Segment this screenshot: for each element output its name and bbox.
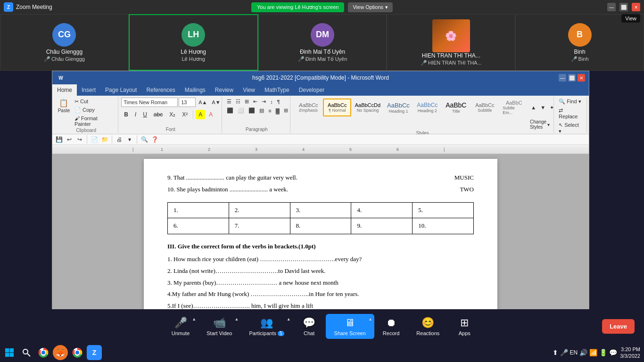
style-subtle-em[interactable]: AaBbC Subtle Em... [499,99,528,116]
border-button[interactable]: ⊞ [282,107,290,115]
superscript-button[interactable]: X² [179,110,190,119]
mute-icon-chau: 🎤 [44,56,50,62]
search-taskbar-button[interactable] [19,345,34,360]
font-size-input[interactable] [179,98,196,107]
bold-button[interactable]: B [121,110,131,119]
participants-icon: 👥 [260,317,273,329]
text-highlight-button[interactable]: A [196,110,205,119]
participants-control[interactable]: ▲ 👥 Participants 5 [241,314,293,339]
toolbar-undo-btn[interactable]: ↩ [65,135,74,144]
windows-start-button[interactable] [2,345,17,360]
chat-control[interactable]: 💬 Chat [293,314,326,339]
record-control[interactable]: ⏺ Record [374,314,408,339]
shrink-font-button[interactable]: A▼ [210,99,222,106]
maximize-button[interactable]: ⬜ [619,3,628,11]
start-video-control[interactable]: ▲ 📹 Start Video [198,314,240,339]
strikethrough-button[interactable]: abc [151,110,165,119]
subscript-button[interactable]: X₂ [166,110,178,119]
style-emphasis[interactable]: AaBbCc Emphasis [294,99,322,116]
underline-button[interactable]: U [140,110,150,119]
sort-button[interactable]: ↕ [268,98,275,106]
styles-scroll-up[interactable]: ▲ [529,104,538,111]
multilevel-button[interactable]: ⊞ [243,98,251,106]
show-formatting-button[interactable]: ¶ [275,98,282,106]
replace-button[interactable]: ⇄ Replace [557,107,585,120]
ribbon-tab-insert[interactable]: Insert [77,84,100,96]
start-video-arrow[interactable]: ▲ [235,317,239,321]
style-no-spacing[interactable]: AaBbCcDd No Spacing [352,99,383,116]
zoom-title-bar: Z Zoom Meeting You are viewing Lê Hương'… [0,0,644,14]
find-button[interactable]: 🔍 Find ▾ [557,98,585,106]
chrome-taskbar-icon[interactable] [36,345,51,360]
select-button[interactable]: ↖ Select ▾ [557,121,585,135]
doc-page[interactable]: 9. That ......................... can pl… [144,159,497,334]
ribbon-tab-page-layout[interactable]: Page Layout [100,84,141,96]
shading-button[interactable]: ▓ [274,107,281,115]
cut-button[interactable]: ✂ Cut [73,98,116,106]
increase-indent-button[interactable]: ⇥ [260,98,268,106]
ribbon-tab-view[interactable]: View [238,84,260,96]
doc-content[interactable]: 9. That ......................... can pl… [52,154,589,334]
align-center-button[interactable]: ⬜ [236,107,246,115]
ribbon-tabs: Home Insert Page Layout References Maili… [52,84,589,96]
ribbon-tab-home[interactable]: Home [52,84,77,96]
ribbon-tab-developer[interactable]: Developer [294,84,330,96]
paragraph-label: Paragraph [225,127,288,132]
style-normal[interactable]: AaBbCc ¶ Normal [323,99,351,116]
chrome2-taskbar-icon[interactable] [70,345,85,360]
toolbar-redo-btn[interactable]: ↪ [75,135,84,144]
share-screen-arrow[interactable]: ▲ [368,317,372,321]
grow-font-button[interactable]: A▲ [197,99,209,106]
zoom-taskbar-icon[interactable]: Z [87,345,102,360]
ruler: | 1 2 3 4 5 6 | [52,145,589,154]
ribbon-tab-review[interactable]: Review [210,84,238,96]
bullets-button[interactable]: ☰ [225,98,233,106]
copy-button[interactable]: 📄 Copy [73,106,116,114]
font-name-input[interactable] [121,98,178,107]
paste-button[interactable]: 📋 Paste [56,98,72,114]
toolbar-print-btn[interactable]: 🖨 [115,135,124,144]
participant-hien-tran: 🌸 HIEN TRAN THI THA... 🎤 HIEN TRAN THI T… [387,14,515,71]
style-subtitle[interactable]: AaBbCc Subtitle [471,99,499,116]
close-button[interactable]: ✕ [632,3,640,11]
word-minimize-button[interactable]: — [559,74,566,82]
apps-control[interactable]: ⊞ Apps [448,314,481,339]
toolbar-new-btn[interactable]: 📄 [90,135,99,144]
word-close-button[interactable]: ✕ [578,74,585,82]
toolbar-zoom-btn[interactable]: 🔍 [140,135,149,144]
italic-button[interactable]: I [132,110,139,119]
format-painter-button[interactable]: 🖌 Format Painter [73,115,116,128]
align-right-button[interactable]: ⬛ [247,107,257,115]
numbering-button[interactable]: ☷ [234,98,242,106]
word-maximize-button[interactable]: ⬜ [568,74,576,82]
font-color-button[interactable]: A [206,110,215,119]
firefox-taskbar-icon[interactable]: 🦊 [53,345,68,360]
decrease-indent-button[interactable]: ⇤ [251,98,259,106]
share-screen-control[interactable]: ▲ 🖥 Share Screen [326,314,374,339]
align-left-button[interactable]: ⬛ [225,107,235,115]
unmute-arrow[interactable]: ▲ [192,317,196,321]
line-spacing-button[interactable]: ≡ [266,107,273,115]
change-styles-button[interactable]: ChangeStyles▾ [528,118,552,131]
view-toggle[interactable]: View [621,14,640,23]
toolbar-save-btn[interactable]: 💾 [54,135,64,144]
justify-button[interactable]: ▤ [257,107,266,115]
unmute-control[interactable]: ▲ 🎤 Unmute [163,314,198,339]
ribbon-tab-references[interactable]: References [141,84,180,96]
toolbar-help-btn[interactable]: ❓ [150,135,159,144]
toolbar-open-btn[interactable]: 📁 [100,135,109,144]
doc-line-10: 10. She plays badminton ................… [167,185,474,195]
style-title[interactable]: AaBbC Title [442,99,470,116]
minimize-button[interactable]: — [607,3,616,11]
leave-button[interactable]: Leave [602,319,635,334]
style-heading1[interactable]: AaBbCc Heading 1 [384,99,413,116]
style-heading2[interactable]: AaBbCc Heading 2 [413,99,441,116]
reactions-control[interactable]: 😊 Reactions [408,314,448,339]
toolbar-more-btn[interactable]: ▾ [125,135,134,144]
record-label: Record [383,330,399,336]
ribbon-tab-mathtype[interactable]: MathType [260,84,294,96]
ribbon-tab-mailings[interactable]: Mailings [180,84,210,96]
participants-arrow[interactable]: ▲ [287,317,291,321]
view-options-button[interactable]: View Options ▾ [348,2,393,12]
styles-scroll-down[interactable]: ▼ [538,104,547,111]
